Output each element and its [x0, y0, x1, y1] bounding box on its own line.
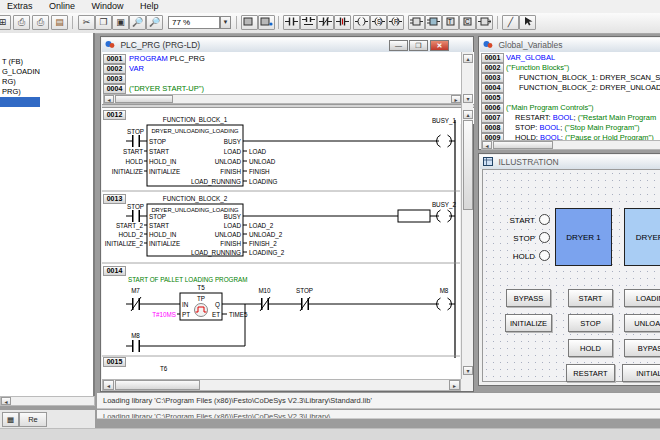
input-variable: HOLD: [126, 158, 144, 165]
insert-coil-icon[interactable]: [353, 15, 370, 30]
tab-resources[interactable]: Re: [19, 412, 47, 427]
visualization-icon: [483, 156, 493, 165]
initialize-button[interactable]: INITIALIZE: [505, 314, 552, 332]
insert-network-before-icon[interactable]: [241, 15, 258, 30]
menu-window[interactable]: Window: [85, 0, 131, 12]
contact-symbol[interactable]: [139, 210, 141, 222]
contact-symbol[interactable]: [139, 135, 141, 147]
close-button[interactable]: ✕: [430, 40, 449, 51]
scrollbar-thumb[interactable]: [115, 380, 200, 390]
menu-help[interactable]: Help: [133, 0, 166, 12]
dryer-1-box: DRYER 1: [555, 208, 612, 266]
scroll-right-icon[interactable]: ▸: [449, 380, 460, 390]
scroll-down-icon[interactable]: ▾: [463, 94, 473, 103]
unload-button[interactable]: UNLOAD: [624, 314, 660, 332]
rung-0013[interactable]: STOP FUNCTION_BLOCK_2 DRYER_UNLOADING_LO…: [105, 195, 457, 257]
scroll-right-icon[interactable]: ▸: [451, 95, 461, 103]
scroll-left-icon[interactable]: ◂: [104, 95, 114, 103]
scrollbar-thumb[interactable]: [463, 120, 473, 210]
globals-horizontal-scrollbar[interactable]: ◂: [481, 140, 660, 150]
illustration-title: ILLUSTRATION: [498, 157, 558, 167]
print-icon[interactable]: ⎙: [13, 15, 30, 30]
zoom-level-combo[interactable]: 77 %: [168, 16, 220, 29]
stop-button[interactable]: STOP: [568, 314, 613, 332]
block-type-name: DRYER_UNLOADING_LOADING: [151, 128, 239, 134]
global-variables-title: Global_Variables: [498, 40, 562, 50]
vertical-scrollbar[interactable]: ▴ ▾ ▴ ▾: [461, 52, 473, 379]
scroll-left-icon[interactable]: ◂: [482, 141, 492, 149]
insert-network-after-icon[interactable]: [258, 15, 275, 30]
find-icon[interactable]: 🔎: [129, 15, 146, 30]
insert-function-block-with-en-icon[interactable]: [425, 15, 442, 30]
minimize-button[interactable]: —: [389, 40, 408, 51]
scrollbar-thumb[interactable]: [115, 95, 173, 103]
scroll-left-icon[interactable]: ◂: [103, 380, 114, 390]
insert-set-coil-icon[interactable]: S: [370, 15, 387, 30]
initialize-2-button[interactable]: INITIALI: [622, 364, 660, 382]
tab-visualizations[interactable]: ▦: [2, 412, 19, 427]
insert-reset-coil-icon[interactable]: R: [387, 15, 404, 30]
tree-item-prg-1[interactable]: RG): [0, 77, 16, 87]
line-number: 0004: [103, 84, 126, 94]
empty-element-box[interactable]: [398, 210, 430, 222]
contact-symbol[interactable]: [132, 135, 134, 147]
tree-item-selected[interactable]: [0, 97, 40, 107]
tree-item-unloading-loading[interactable]: G_LOADIN: [0, 67, 40, 77]
declaration-horizontal-scrollbar[interactable]: ◂ ▸: [103, 94, 462, 104]
scroll-left-icon[interactable]: ◂: [1, 397, 11, 405]
plc-prg-titlebar[interactable]: PLC_PRG (PRG-LD) — ❐ ✕: [102, 38, 472, 52]
paste-icon[interactable]: ▣: [112, 15, 129, 30]
loading-button[interactable]: LOADIN: [624, 289, 660, 307]
selector-mode-icon[interactable]: [519, 15, 536, 30]
print-preview-icon[interactable]: ⎙: [32, 15, 49, 30]
bypass-button[interactable]: BYPASS: [506, 289, 551, 307]
menu-online[interactable]: Online: [42, 0, 82, 12]
output-variable: LOADING: [249, 178, 277, 185]
global-variables-titlebar[interactable]: Global_Variables: [480, 38, 660, 52]
line-number: 0006: [481, 103, 504, 113]
scroll-down-icon[interactable]: ▾: [463, 366, 473, 375]
copy-icon[interactable]: ❐: [95, 15, 112, 30]
menu-extras[interactable]: Extras: [0, 0, 40, 12]
tree-horizontal-scrollbar[interactable]: ◂: [0, 396, 95, 406]
rung-0014[interactable]: START OF PALLET LOADING PROGRAM M7 T5 TP…: [126, 276, 455, 352]
contact-symbol[interactable]: [139, 340, 141, 352]
insert-counter-icon[interactable]: C: [459, 15, 476, 30]
pin-out: Q: [215, 301, 220, 309]
tree-item-fb[interactable]: T (FB): [0, 57, 23, 67]
scroll-up-icon[interactable]: ▴: [463, 110, 473, 119]
function-block-box[interactable]: [147, 125, 243, 186]
insert-parallel-contact-icon[interactable]: [300, 15, 317, 30]
rung-0015[interactable]: T6: [160, 365, 168, 372]
bypass-2-button[interactable]: BYPAS: [624, 339, 660, 357]
insert-negated-contact-icon[interactable]: [317, 15, 334, 30]
tree-item-prg-2[interactable]: PRG): [0, 87, 21, 97]
pin-in: HOLD_IN: [149, 231, 177, 239]
start-button[interactable]: START: [568, 289, 613, 307]
draw-line-icon[interactable]: ╱: [502, 15, 519, 30]
insert-timer-icon[interactable]: T: [442, 15, 459, 30]
contact-symbol[interactable]: [132, 340, 134, 352]
timer-instance-name: T6: [160, 365, 168, 372]
insert-jump-icon[interactable]: [476, 15, 493, 30]
insert-contact-icon[interactable]: [283, 15, 300, 30]
insert-falling-edge-contact-icon[interactable]: [334, 15, 351, 30]
find-next-icon[interactable]: 🔎: [146, 15, 163, 30]
maximize-button[interactable]: ❐: [409, 40, 428, 51]
coil-label: BUSY_2: [432, 201, 457, 209]
illustration-titlebar[interactable]: ILLUSTRATION: [480, 155, 660, 169]
insert-function-block-icon[interactable]: [408, 15, 425, 30]
contact-symbol[interactable]: [132, 210, 134, 222]
ladder-horizontal-scrollbar[interactable]: ◂ ▸: [102, 379, 461, 391]
library-manager-icon[interactable]: ▤: [51, 15, 68, 30]
scrollbar-thumb[interactable]: [493, 141, 553, 149]
scroll-up-icon[interactable]: ▴: [463, 54, 473, 63]
cut-icon[interactable]: ✂: [78, 15, 95, 30]
rung-0012[interactable]: STOP FUNCTION_BLOCK_1 DRYER_UNLOADING_LO…: [112, 116, 457, 186]
zoom-combo-dropdown-icon[interactable]: ▼: [220, 16, 231, 29]
svg-text:C: C: [465, 18, 470, 25]
restart-button[interactable]: RESTART: [566, 364, 615, 382]
new-pou-icon[interactable]: ⊞: [0, 15, 11, 30]
hold-button[interactable]: HOLD: [568, 339, 613, 357]
branch-contact-label: M8: [131, 332, 140, 339]
